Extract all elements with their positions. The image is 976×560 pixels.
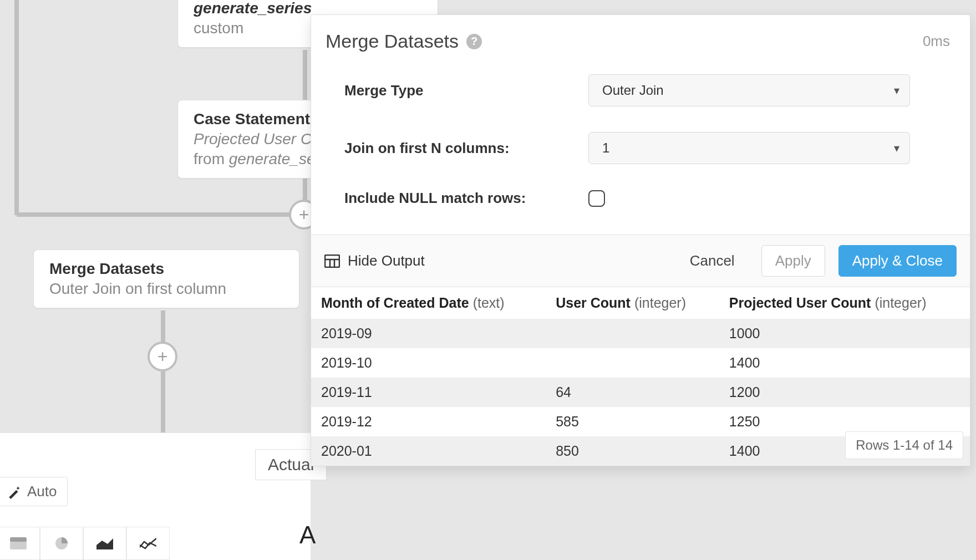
- cancel-button[interactable]: Cancel: [677, 246, 748, 276]
- table-cell: 585: [546, 407, 719, 436]
- connector-line: [303, 50, 307, 105]
- panel-form: Merge Type Outer Join ▾ Join on first N …: [311, 58, 970, 235]
- chart-type-line-icon[interactable]: [126, 527, 170, 560]
- apply-close-button[interactable]: Apply & Close: [838, 245, 957, 277]
- table-cell: 2019-10: [311, 348, 546, 378]
- chart-type-card-icon[interactable]: [0, 527, 40, 560]
- connector-line: [161, 371, 165, 438]
- merge-datasets-panel: Merge Datasets ? 0ms Merge Type Outer Jo…: [311, 14, 970, 466]
- table-row[interactable]: 2019-091000: [311, 319, 970, 348]
- merge-type-label: Merge Type: [344, 82, 588, 99]
- table-row[interactable]: 2019-11641200: [311, 378, 970, 407]
- table-cell: 1000: [719, 319, 970, 348]
- chart-type-pie-icon[interactable]: [40, 527, 83, 560]
- chart-type-toolbar: [0, 527, 170, 560]
- connector-line: [17, 212, 305, 217]
- hide-output-label: Hide Output: [348, 252, 425, 269]
- table-cell: 1200: [719, 378, 970, 407]
- table-cell: 1400: [719, 348, 970, 378]
- table-cell: 2020-01: [311, 436, 546, 466]
- add-step-button[interactable]: +: [148, 342, 177, 371]
- merge-type-select[interactable]: Outer Join ▾: [588, 74, 910, 106]
- merge-type-value: Outer Join: [602, 83, 664, 98]
- column-header[interactable]: Month of Created Date (text): [311, 287, 546, 319]
- node-title: Merge Datasets: [49, 260, 283, 278]
- svg-rect-1: [10, 537, 27, 542]
- help-icon[interactable]: ?: [466, 34, 482, 49]
- chart-auto-button[interactable]: Auto: [0, 477, 68, 506]
- table-cell: [546, 319, 719, 348]
- table-cell: 2019-12: [311, 407, 546, 436]
- join-n-label: Join on first N columns:: [344, 140, 588, 157]
- column-header[interactable]: Projected User Count (integer): [719, 287, 970, 319]
- include-null-checkbox[interactable]: [588, 190, 605, 207]
- join-n-value: 1: [602, 140, 609, 156]
- chart-auto-label: Auto: [27, 483, 57, 500]
- output-table: Month of Created Date (text) User Count …: [311, 287, 970, 466]
- node-subtitle: Outer Join on first column: [49, 280, 283, 298]
- panel-footer: Hide Output Cancel Apply Apply & Close: [311, 235, 970, 287]
- chart-letter: A: [299, 521, 316, 549]
- table-header-row: Month of Created Date (text) User Count …: [311, 287, 970, 319]
- hide-output-button[interactable]: Hide Output: [324, 252, 425, 269]
- magic-wand-icon: [7, 485, 22, 499]
- chevron-down-icon: ▾: [894, 84, 899, 97]
- table-cell: 2019-11: [311, 378, 546, 407]
- connector-line: [14, 0, 19, 215]
- query-timing: 0ms: [923, 33, 950, 50]
- table-cell: 2019-09: [311, 319, 546, 348]
- chevron-down-icon: ▾: [894, 141, 899, 155]
- include-null-label: Include NULL match rows:: [344, 190, 588, 207]
- rows-count-badge: Rows 1-14 of 14: [845, 431, 963, 459]
- table-cell: [546, 348, 719, 378]
- panel-title: Merge Datasets: [326, 30, 459, 52]
- svg-rect-3: [325, 255, 339, 267]
- join-n-select[interactable]: 1 ▾: [588, 132, 910, 164]
- table-icon: [324, 254, 340, 268]
- apply-button[interactable]: Apply: [761, 245, 825, 277]
- panel-header: Merge Datasets ? 0ms: [311, 15, 970, 58]
- node-merge-datasets[interactable]: Merge Datasets Outer Join on first colum…: [33, 250, 299, 308]
- column-header[interactable]: User Count (integer): [546, 287, 719, 319]
- table-cell: 850: [546, 436, 719, 466]
- table-cell: 64: [546, 378, 719, 407]
- table-row[interactable]: 2019-101400: [311, 348, 970, 378]
- chart-type-area-icon[interactable]: [83, 527, 126, 560]
